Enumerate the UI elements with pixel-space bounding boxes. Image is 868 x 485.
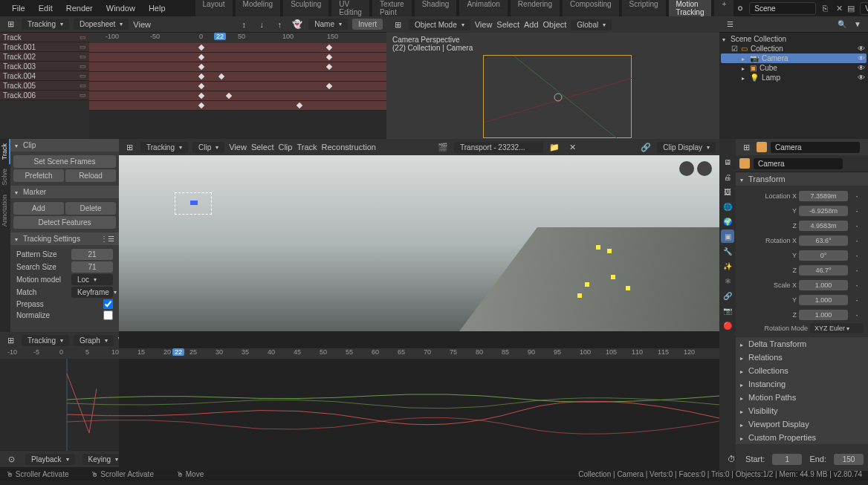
lock-icon[interactable]: · [850,234,864,247]
lock-icon[interactable]: · [850,204,864,218]
menu-edit[interactable]: Edit [33,1,59,15]
tracker-marker[interactable] [607,249,612,253]
start-frame-input[interactable]: 1 [772,454,802,465]
outliner-scene-collection[interactable]: Scene Collection [721,34,867,44]
clip-track-menu[interactable]: Track [297,143,317,152]
section-relations[interactable]: Relations [736,351,868,364]
datablock-name-input[interactable] [754,158,843,169]
tab-solve[interactable]: Solve [0,164,10,190]
track-options-icon[interactable]: ▭ [80,33,86,41]
link-icon[interactable]: 🔗 [639,140,652,154]
scene-tab-icon[interactable]: 🌐 [721,200,734,213]
clip-view-menu[interactable]: View [229,143,247,152]
sort-asc-icon[interactable]: ↓ [255,18,268,31]
world-tab-icon[interactable]: 🌍 [721,215,734,228]
unlink-icon[interactable]: ✕ [566,140,579,154]
outliner-cube[interactable]: ▣Cube👁 [721,63,867,73]
lock-icon[interactable]: · [850,264,864,277]
clip-filename[interactable]: Transport - 23232... [454,142,543,153]
data-tab-icon[interactable]: 📷 [721,304,734,317]
track-row[interactable]: Track.004▭ [0,71,89,81]
location-z-input[interactable]: 4.9583m [799,221,848,231]
sort-icon[interactable]: ↕ [237,18,250,31]
section-motion-paths[interactable]: Motion Paths [736,391,868,404]
rotation-z-input[interactable]: 46.7° [799,265,848,276]
dopesheet-type-dropdown[interactable]: Dopesheet [74,19,129,30]
invert-button[interactable]: Invert [352,19,383,30]
vp-view-menu[interactable]: View [475,20,493,29]
editor-type-icon[interactable]: ☰ [723,18,736,31]
preview-range-icon[interactable]: ⏱ [725,452,738,466]
panel-marker[interactable]: Marker [10,186,119,198]
outliner-tree[interactable]: Scene Collection ☑▭Collection👁 📷Camera👁 … [719,33,868,84]
clip-tracking-dropdown[interactable]: Tracking [140,142,188,153]
zoom-gizmo-icon[interactable] [697,161,712,176]
output-tab-icon[interactable]: 🖨 [721,170,734,183]
transform-section-header[interactable]: Transform [736,172,868,186]
lock-icon[interactable]: · [850,219,864,232]
ghost-icon[interactable]: 👻 [291,18,304,31]
motion-model-dropdown[interactable]: Loc [71,274,113,285]
playback-dropdown[interactable]: Playback [25,454,75,465]
graph-tracking-dropdown[interactable]: Tracking [22,335,69,346]
prefetch-button[interactable]: Prefetch [13,169,64,182]
lock-icon[interactable]: · [850,249,864,262]
scale-x-input[interactable]: 1.000 [799,280,848,290]
graph-playhead[interactable]: 22 [172,348,184,356]
object-mode-dropdown[interactable]: Object Mode [409,19,470,30]
movie-icon[interactable]: 🎬 [436,140,450,154]
scene-name-input[interactable] [749,2,816,15]
vp-add-menu[interactable]: Add [524,20,539,29]
delete-marker-button[interactable]: Delete [65,202,116,215]
clip-type-dropdown[interactable]: Clip [192,142,224,153]
lock-icon[interactable]: · [850,279,864,292]
menu-window[interactable]: Window [100,1,141,15]
track-options-icon[interactable]: ▭ [80,62,86,70]
track-options-icon[interactable]: ▭ [80,72,86,79]
dopesheet-view-menu[interactable]: View [133,20,151,29]
normalize-checkbox[interactable] [103,310,113,320]
clip-display-dropdown[interactable]: Clip Display [657,142,716,153]
outliner-lamp[interactable]: 💡Lamp👁 [721,73,867,82]
section-delta-transform[interactable]: Delta Transform [736,337,868,351]
search-size-input[interactable]: 71 [71,261,113,273]
editor-type-icon[interactable]: ⊞ [123,140,136,154]
tab-annotation[interactable]: Annotation [0,190,10,231]
location-x-input[interactable]: 7.3589m [799,191,848,201]
vp-select-menu[interactable]: Select [496,20,519,29]
tracker-marker[interactable] [585,282,589,287]
track-row[interactable]: Track.005▭ [0,81,89,91]
menu-help[interactable]: Help [143,1,172,15]
lock-icon[interactable]: · [850,308,864,322]
track-row[interactable]: Track▭ [0,33,89,42]
modifier-tab-icon[interactable]: 🔧 [721,244,734,258]
graph-type-dropdown[interactable]: Graph [74,335,114,346]
prepass-checkbox[interactable] [103,299,113,309]
section-instancing[interactable]: Instancing [736,377,868,391]
settings-options-icon[interactable]: ⋮☰ [100,235,114,243]
outliner-camera[interactable]: 📷Camera👁 [721,53,867,63]
reload-button[interactable]: Reload [65,169,116,182]
editor-type-icon[interactable]: ⊞ [4,18,17,31]
tracker-marker[interactable] [611,275,615,279]
panel-clip[interactable]: Clip [10,139,119,152]
editor-type-icon[interactable]: ⊞ [391,18,404,31]
tracker-marker[interactable] [596,245,600,250]
location-y-input[interactable]: -6.9258m [799,206,848,216]
dopesheet-timeline[interactable]: -100 -50 0 22 50 100 150 [89,33,386,139]
track-row[interactable]: Track.006▭ [0,91,89,100]
track-options-icon[interactable]: ▭ [80,82,86,89]
tracker-marker[interactable] [626,286,630,290]
detect-features-button[interactable]: Detect Features [13,216,116,229]
graph-body[interactable] [0,359,719,451]
track-options-icon[interactable]: ▭ [80,43,86,51]
rotation-mode-dropdown[interactable]: XYZ Euler [810,323,864,333]
material-tab-icon[interactable]: 🔴 [721,319,734,332]
object-name-input[interactable] [771,142,860,153]
outliner-collection[interactable]: ☑▭Collection👁 [721,44,867,53]
editor-type-icon[interactable]: ⊙ [4,452,18,466]
panel-tracking-settings[interactable]: Tracking Settings⋮☰ [10,232,119,245]
tracker-selected[interactable] [175,192,212,215]
tracking-mode-dropdown[interactable]: Tracking [22,19,69,30]
viewlayer-name-input[interactable] [860,2,868,15]
